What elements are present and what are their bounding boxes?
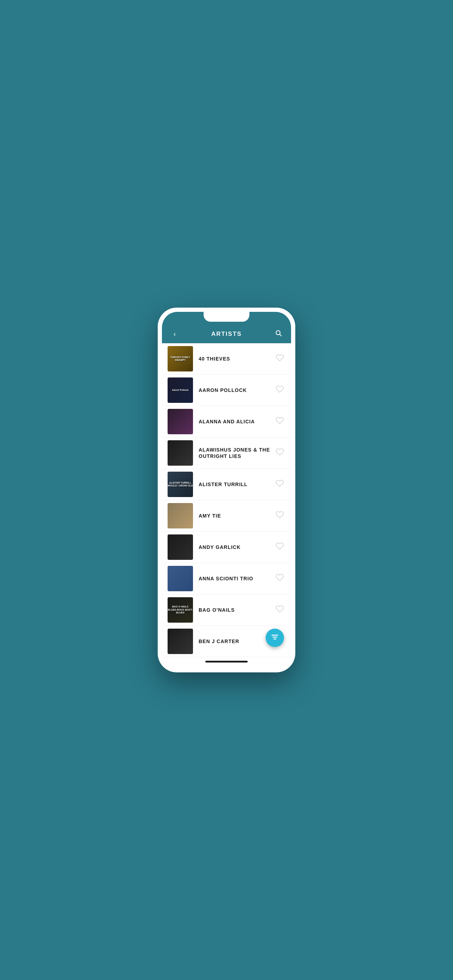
home-bar: [205, 661, 248, 662]
artist-name: AARON POLLOCK: [199, 387, 274, 393]
phone-screen: ‹ ARTISTS THIEVES FUNKY SWAMPY40 THIEVES…: [162, 312, 291, 668]
artist-name: ANNA SCIONTI TRIO: [199, 575, 274, 582]
artist-thumbnail: [168, 535, 193, 560]
favorite-button[interactable]: [274, 603, 285, 617]
artist-name: AMY TIE: [199, 512, 274, 519]
list-item[interactable]: ALISTER TURRILL WOULD I GROW OLDALISTER …: [162, 469, 291, 500]
svg-line-1: [280, 334, 281, 336]
artist-name: ALAWISHUS JONES & THE OUTRIGHT LIES: [199, 447, 274, 459]
favorite-button[interactable]: [274, 446, 285, 460]
filter-icon: [271, 633, 279, 643]
list-item[interactable]: THIEVES FUNKY SWAMPY40 THIEVES: [162, 343, 291, 375]
list-item[interactable]: ANNA SCIONTI TRIO: [162, 563, 291, 594]
list-item[interactable]: ANDY GARLICK: [162, 531, 291, 563]
search-button[interactable]: [273, 329, 284, 338]
list-item[interactable]: Aaron PollockAARON POLLOCK: [162, 375, 291, 406]
favorite-button[interactable]: [274, 541, 285, 554]
home-indicator: [162, 657, 291, 668]
favorite-button[interactable]: [274, 352, 285, 366]
artist-list: THIEVES FUNKY SWAMPY40 THIEVES Aaron Pol…: [162, 343, 291, 657]
favorite-button[interactable]: [274, 383, 285, 397]
back-button[interactable]: ‹: [169, 330, 180, 338]
list-item[interactable]: ALANNA AND ALICIA: [162, 406, 291, 438]
list-item[interactable]: AMY TIE: [162, 500, 291, 531]
artist-thumbnail: [168, 628, 193, 654]
artist-thumbnail: [168, 503, 193, 528]
artist-name: BAG O'NAILS: [199, 607, 274, 613]
artist-name: ALISTER TURRILL: [199, 481, 274, 488]
artist-thumbnail: Aaron Pollock: [168, 377, 193, 403]
artist-name: 40 THIEVES: [199, 356, 274, 362]
favorite-button[interactable]: [274, 415, 285, 428]
artist-thumbnail: [168, 409, 193, 434]
notch: [203, 312, 250, 322]
page-title: ARTISTS: [180, 331, 273, 337]
list-item[interactable]: BAG O NAILS BLUES-ROCK BOOT-BLUESBAG O'N…: [162, 594, 291, 626]
artist-thumbnail: BAG O NAILS BLUES-ROCK BOOT-BLUES: [168, 597, 193, 623]
favorite-button[interactable]: [274, 478, 285, 491]
artist-thumbnail: ALISTER TURRILL WOULD I GROW OLD: [168, 472, 193, 497]
phone-frame: ‹ ARTISTS THIEVES FUNKY SWAMPY40 THIEVES…: [158, 308, 295, 672]
artist-name: ALANNA AND ALICIA: [199, 418, 274, 425]
filter-fab[interactable]: [265, 628, 284, 647]
artist-thumbnail: [168, 440, 193, 466]
favorite-button[interactable]: [274, 509, 285, 522]
artist-thumbnail: [168, 566, 193, 591]
artist-name: ANDY GARLICK: [199, 544, 274, 550]
artist-name: BEN J CARTER: [199, 638, 274, 644]
favorite-button[interactable]: [274, 572, 285, 585]
list-item[interactable]: ALAWISHUS JONES & THE OUTRIGHT LIES: [162, 438, 291, 469]
artist-thumbnail: THIEVES FUNKY SWAMPY: [168, 346, 193, 371]
